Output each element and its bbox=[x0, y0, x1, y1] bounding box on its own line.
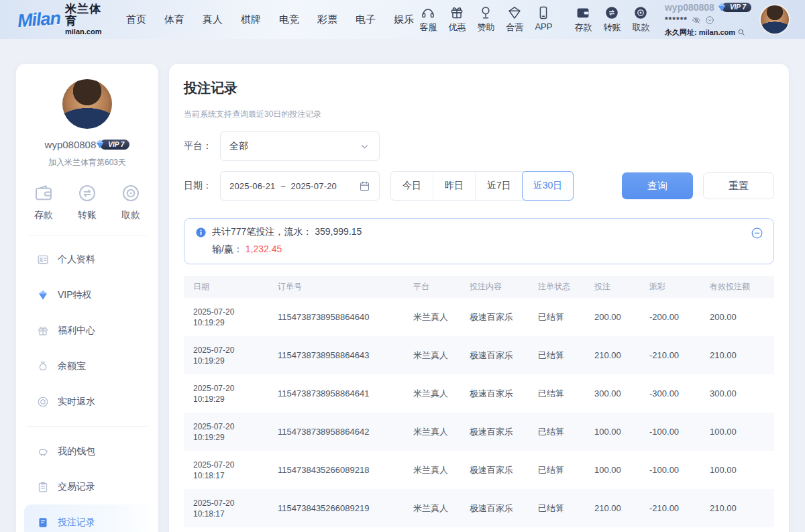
column-header: 注单状态 bbox=[529, 276, 585, 298]
cell-valid-bet: 200.00 bbox=[700, 298, 774, 336]
sponsorship-button[interactable]: 赞助 bbox=[472, 5, 500, 34]
nav-item-slots[interactable]: 电子 bbox=[356, 13, 376, 26]
customer-service-label: 客服 bbox=[419, 21, 437, 34]
magnifier-icon[interactable] bbox=[737, 28, 745, 36]
calendar-icon[interactable] bbox=[359, 180, 370, 192]
column-header: 平台 bbox=[404, 276, 460, 298]
cell-valid-bet: 100.00 bbox=[700, 451, 774, 489]
summary-result-label: 输/赢： bbox=[212, 244, 246, 254]
cell-valid-bet: 210.00 bbox=[700, 489, 774, 527]
platform-select[interactable]: 全部 bbox=[220, 131, 380, 161]
withdraw-outline-icon bbox=[121, 183, 141, 203]
transfer-outline-icon bbox=[77, 183, 97, 203]
app-icon bbox=[536, 5, 551, 20]
table-header-row: 日期订单号平台投注内容注单状态投注派彩有效投注额 bbox=[184, 276, 774, 298]
realtime-rebate-label: 实时返水 bbox=[58, 396, 95, 408]
withdraw-button[interactable]: 取款 bbox=[627, 5, 655, 34]
vip-level-text: VIP 7 bbox=[730, 4, 746, 11]
column-header: 派彩 bbox=[640, 276, 700, 298]
cell-payout: -200.00 bbox=[640, 298, 700, 336]
nav-item-entertainment[interactable]: 娱乐 bbox=[394, 13, 414, 26]
quick-action-deposit[interactable]: 存款 bbox=[34, 183, 54, 221]
sidebar-item-transaction-records[interactable]: 交易记录 bbox=[24, 469, 150, 504]
bet-time: 10:18:17 bbox=[193, 509, 268, 519]
nav-item-home[interactable]: 首页 bbox=[126, 13, 146, 26]
sponsorship-label: 赞助 bbox=[477, 21, 494, 34]
platform-selected-value: 全部 bbox=[229, 140, 248, 152]
info-icon bbox=[195, 227, 207, 238]
vip-gem-icon bbox=[95, 139, 105, 150]
withdraw-label: 取款 bbox=[632, 21, 649, 34]
nav-item-live-casino[interactable]: 真人 bbox=[203, 13, 223, 26]
username-text: wyp080808 bbox=[665, 3, 714, 12]
site-logo[interactable]: Milan 米兰体育 milan.com bbox=[17, 3, 109, 36]
chevron-circle-icon[interactable] bbox=[705, 15, 714, 25]
partnership-button[interactable]: 合营 bbox=[500, 5, 529, 34]
cell-order-no: 1154738738958864643 bbox=[268, 336, 404, 374]
cell-valid-bet: 210.00 bbox=[700, 336, 774, 374]
customer-service-button[interactable]: 客服 bbox=[414, 5, 443, 34]
sidebar-item-realtime-rebate[interactable]: 实时返水 bbox=[24, 384, 150, 419]
sidebar-item-welfare-center[interactable]: 福利中心 bbox=[24, 313, 150, 348]
range-chip-today[interactable]: 今日 bbox=[391, 172, 433, 200]
platform-label: 平台： bbox=[184, 140, 220, 152]
app-download-button[interactable]: APP bbox=[529, 5, 558, 34]
piggy-bank-icon bbox=[37, 445, 49, 458]
vip-badge: VIP 7 bbox=[722, 3, 751, 12]
partnership-label: 合营 bbox=[506, 21, 523, 34]
bet-records-label: 投注记录 bbox=[58, 517, 95, 529]
cell-platform: 米兰真人 bbox=[404, 489, 460, 527]
quick-action-withdraw[interactable]: 取款 bbox=[121, 183, 141, 221]
bet-date: 2025-07-20 bbox=[193, 421, 268, 432]
range-chip-yesterday[interactable]: 昨日 bbox=[433, 172, 475, 200]
vip-privileges-label: VIP特权 bbox=[58, 289, 92, 301]
quick-action-transfer[interactable]: 转账 bbox=[77, 183, 97, 221]
deposit-icon bbox=[576, 5, 590, 20]
bet-time: 10:19:29 bbox=[193, 394, 268, 405]
nav-item-lottery[interactable]: 彩票 bbox=[317, 13, 337, 26]
reset-button[interactable]: 重置 bbox=[703, 172, 774, 199]
date-end-value: 2025-07-20 bbox=[291, 181, 337, 191]
eye-off-icon[interactable] bbox=[692, 15, 701, 25]
header-avatar[interactable] bbox=[759, 4, 790, 35]
cell-bet-amount: 200.00 bbox=[585, 298, 640, 336]
sidebar-avatar[interactable] bbox=[62, 79, 112, 129]
bet-time: 10:19:29 bbox=[193, 317, 268, 328]
app-download-label: APP bbox=[535, 21, 552, 32]
sidebar-item-profile[interactable]: 个人资料 bbox=[24, 242, 150, 277]
cell-bet-amount: 210.00 bbox=[585, 336, 640, 374]
date-range-input[interactable]: 2025-06-21 ~ 2025-07-20 bbox=[220, 171, 380, 201]
chevron-down-icon bbox=[359, 141, 370, 152]
range-chip-last-30-days[interactable]: 近30日 bbox=[522, 171, 574, 201]
nav-item-sports[interactable]: 体育 bbox=[164, 13, 184, 26]
sidebar-item-my-wallet[interactable]: 我的钱包 bbox=[24, 433, 150, 469]
divider bbox=[27, 426, 148, 427]
sponsor-icon bbox=[478, 5, 493, 20]
table-row: 2025-07-2010:18:171154738435266089218米兰真… bbox=[184, 451, 774, 489]
collapse-summary-button[interactable] bbox=[751, 227, 763, 240]
yuebao-label: 余额宝 bbox=[58, 360, 86, 372]
cell-platform: 米兰真人 bbox=[404, 336, 460, 374]
sidebar-item-bet-records[interactable]: 投注记录 bbox=[24, 504, 150, 532]
date-separator: ~ bbox=[280, 181, 286, 191]
cell-valid-bet: 300.00 bbox=[700, 374, 774, 413]
sidebar-item-yuebao[interactable]: 余额宝 bbox=[24, 348, 150, 384]
sidebar-item-vip-privileges[interactable]: VIP特权 bbox=[24, 277, 150, 313]
masked-balance-text: ****** bbox=[665, 16, 688, 24]
bet-time: 10:18:17 bbox=[193, 470, 268, 481]
range-chip-last-7-days[interactable]: 近7日 bbox=[475, 172, 523, 200]
deposit-button[interactable]: 存款 bbox=[569, 5, 598, 34]
header-quick-links: 客服优惠赞助合营APP bbox=[414, 5, 558, 34]
transfer-button[interactable]: 转账 bbox=[598, 5, 627, 34]
nav-item-card-games[interactable]: 棋牌 bbox=[241, 13, 261, 26]
cell-status: 已结算 bbox=[529, 336, 585, 374]
promotions-button[interactable]: 优惠 bbox=[443, 5, 472, 34]
cell-order-no: 1154738738958864641 bbox=[268, 374, 404, 413]
cell-payout: -210.00 bbox=[640, 489, 700, 527]
date-start-value: 2025-06-21 bbox=[229, 181, 276, 191]
sidebar-menu: 个人资料VIP特权福利中心余额宝实时返水我的钱包交易记录投注记录 bbox=[16, 235, 158, 532]
nav-item-esports[interactable]: 电竞 bbox=[279, 13, 299, 26]
rebate-icon bbox=[37, 396, 49, 408]
query-button[interactable]: 查询 bbox=[622, 172, 693, 199]
clipboard-icon bbox=[37, 481, 49, 493]
